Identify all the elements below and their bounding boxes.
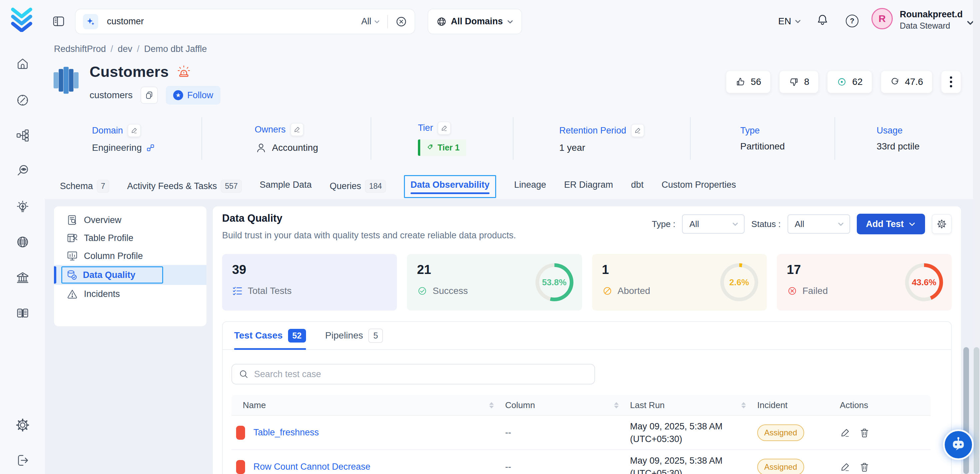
views-button[interactable]: 62 (827, 71, 872, 93)
breadcrumb-schema[interactable]: dev (118, 44, 132, 54)
refresh-score-button[interactable]: 47.6 (881, 71, 933, 93)
observability-search-eye-icon[interactable] (16, 164, 30, 178)
tab-queries[interactable]: Queries184 (330, 175, 386, 197)
ai-sparkle-icon[interactable] (83, 14, 98, 29)
edit-owners-button[interactable] (290, 123, 304, 136)
success-percent: 53.8% (539, 267, 570, 297)
follow-star-icon: ★ (173, 90, 183, 100)
delete-test-icon[interactable] (859, 462, 870, 472)
page-title: Customers (89, 63, 169, 81)
status-filter-select[interactable]: All (788, 215, 850, 234)
delete-test-icon[interactable] (859, 428, 870, 438)
edit-test-icon[interactable] (840, 428, 851, 438)
breadcrumb-separator: / (137, 44, 140, 54)
home-icon[interactable] (16, 57, 30, 71)
all-domains-label: All Domains (451, 16, 503, 27)
global-search: All (75, 9, 415, 34)
aborted-percent: 2.6% (724, 267, 754, 297)
app-logo[interactable] (10, 7, 33, 32)
tier-badge[interactable]: Tier 1 (418, 140, 466, 156)
domain-label: Domain (92, 126, 123, 136)
logout-icon[interactable] (16, 453, 30, 467)
col-name: Name (243, 400, 266, 410)
tab-activity-feeds[interactable]: Activity Feeds & Tasks557 (127, 175, 242, 197)
tab-test-cases[interactable]: Test Cases 52 (234, 322, 306, 349)
status-filter-label: Status : (751, 219, 781, 229)
edit-test-icon[interactable] (840, 462, 851, 472)
help-glyph: ? (850, 17, 854, 25)
tab-lineage[interactable]: Lineage (514, 175, 546, 195)
quality-settings-gear-icon[interactable] (932, 214, 952, 234)
edit-tier-button[interactable] (438, 121, 451, 135)
subnav-table-profile[interactable]: Table Profile (54, 229, 207, 247)
user-menu[interactable]: Rounakpreet.d Data Steward (900, 9, 963, 30)
domain-value[interactable]: Engineering (92, 142, 142, 153)
test-search-input[interactable] (254, 369, 588, 380)
search-icon (239, 369, 249, 379)
tab-schema[interactable]: Schema7 (60, 175, 109, 197)
language-dropdown[interactable]: EN (778, 16, 801, 27)
hierarchy-network-icon[interactable] (16, 129, 30, 142)
failed-ring: 43.6% (905, 263, 943, 301)
test-cases-table: Name Column Last Run Incident Actions Ta… (231, 395, 931, 474)
sort-name[interactable] (489, 402, 494, 409)
tier-label: Tier (418, 123, 433, 133)
all-domains-dropdown[interactable]: All Domains (428, 9, 522, 34)
incident-status-badge[interactable]: Assigned (757, 459, 804, 474)
owners-label: Owners (255, 124, 286, 135)
kebab-menu-icon[interactable] (941, 71, 961, 93)
col-incident: Incident (757, 400, 788, 410)
sidebar-toggle-icon[interactable] (52, 14, 65, 28)
type-filter-select[interactable]: All (682, 215, 745, 234)
tab-data-observability[interactable]: Data Observability (404, 175, 496, 198)
explore-compass-icon[interactable] (16, 93, 30, 107)
tab-custom-properties[interactable]: Custom Properties (662, 175, 736, 195)
breadcrumb-database[interactable]: Demo dbt Jaffle (144, 44, 207, 54)
col-column: Column (505, 400, 535, 410)
search-input[interactable] (107, 16, 361, 27)
downvote-button[interactable]: 8 (779, 71, 819, 93)
search-scope-dropdown[interactable]: All (361, 16, 380, 27)
page-scrollbar-thumb[interactable] (974, 347, 979, 474)
tab-er-diagram[interactable]: ER Diagram (564, 175, 613, 195)
subnav-column-profile[interactable]: Column Profile (54, 247, 207, 265)
app-window: All All Domains EN ? R Rounakpreet.d Dat… (0, 0, 980, 474)
sort-last-run[interactable] (741, 402, 746, 409)
notifications-bell-icon[interactable] (816, 13, 829, 28)
tab-pipelines[interactable]: Pipelines 5 (325, 322, 383, 349)
settings-gear-icon[interactable] (16, 418, 30, 432)
col-actions: Actions (840, 400, 868, 410)
edit-retention-button[interactable] (631, 124, 644, 137)
avatar[interactable]: R (872, 8, 893, 29)
metadata-domain: Domain Engineering (45, 117, 202, 160)
follow-label: Follow (187, 90, 213, 100)
tier-badge-bar (418, 140, 420, 156)
type-label: Type (740, 126, 760, 136)
test-case-link[interactable]: Row Count Cannot Decrease (253, 462, 370, 472)
follow-button[interactable]: ★ Follow (166, 86, 220, 105)
upvote-button[interactable]: 56 (726, 71, 770, 93)
insights-bulb-icon[interactable] (16, 200, 30, 214)
subnav-overview[interactable]: Overview (54, 211, 207, 229)
incident-status-badge[interactable]: Assigned (757, 425, 804, 441)
search-clear-icon[interactable] (395, 16, 407, 28)
sort-column[interactable] (614, 402, 619, 409)
row-column-value: -- (505, 462, 511, 472)
tab-dbt[interactable]: dbt (631, 175, 644, 195)
tab-sample-data[interactable]: Sample Data (260, 175, 312, 195)
breadcrumb-connection[interactable]: RedshiftProd (54, 44, 106, 54)
glossary-book-icon[interactable] (16, 306, 30, 320)
subnav-data-quality[interactable]: Data Quality (54, 265, 207, 285)
chatbot-fab[interactable] (943, 429, 974, 460)
add-test-button[interactable]: Add Test (857, 214, 925, 234)
copy-icon[interactable] (140, 87, 158, 104)
subnav-incidents[interactable]: Incidents (54, 285, 207, 303)
alert-siren-icon[interactable] (176, 64, 191, 80)
governance-bank-icon[interactable] (16, 271, 30, 285)
owners-value[interactable]: Accounting (272, 142, 318, 153)
web-globe-icon[interactable] (16, 235, 30, 249)
test-case-link[interactable]: Table_freshness (253, 428, 319, 438)
help-icon[interactable]: ? (846, 14, 859, 27)
edit-domain-button[interactable] (127, 124, 141, 137)
test-search (231, 364, 595, 385)
